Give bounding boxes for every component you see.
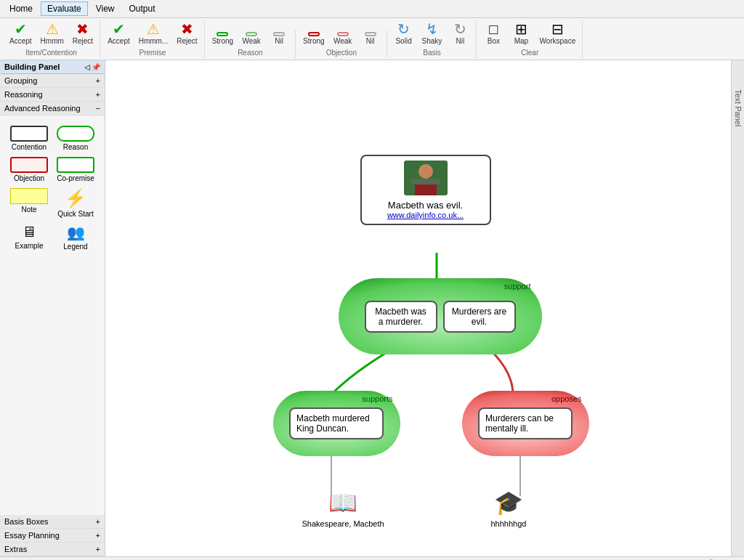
- accept-button[interactable]: ✔ Accept: [6, 20, 36, 47]
- objection-nil-icon: [365, 32, 376, 36]
- reject-icon: ✖: [76, 22, 89, 36]
- objection-nil-button[interactable]: Nil: [357, 30, 384, 47]
- note-node-label: Note: [21, 206, 36, 214]
- premise-hmmm-button[interactable]: ⚠ Hmmm...: [135, 20, 172, 47]
- opposes-node[interactable]: Murderers can be mentally ill.: [478, 407, 573, 439]
- contention-image-svg: [404, 161, 448, 195]
- contention-link[interactable]: www.dailyinfo.co.uk...: [368, 211, 484, 219]
- support-group: support Macbeth was a murderer. Murderer…: [339, 278, 542, 354]
- menu-home[interactable]: Home: [3, 1, 39, 16]
- premise-reject-button[interactable]: ✖ Reject: [173, 20, 201, 47]
- section-basis-boxes-label: Basis Boxes: [4, 517, 49, 526]
- objection-weak-label: Weak: [333, 37, 352, 45]
- basis-shaky-label: Shaky: [422, 37, 442, 45]
- menu-output[interactable]: Output: [123, 1, 162, 16]
- section-extras[interactable]: Extras +: [0, 543, 105, 556]
- reason-nil-button[interactable]: Nil: [266, 30, 292, 47]
- text-panel-label[interactable]: Text Panel: [734, 89, 743, 126]
- contention-node-label: Contention: [12, 143, 46, 151]
- right-panel[interactable]: Text Panel: [731, 60, 744, 556]
- section-reasoning-label: Reasoning: [4, 90, 43, 99]
- clear-map-label: Map: [514, 37, 528, 45]
- toolbar-group-premise: ✔ Accept ⚠ Hmmm... ✖ Reject Premise: [101, 20, 204, 58]
- supports-group-label: supports: [362, 394, 392, 403]
- building-panel-header: Building Panel ◁ 📌: [0, 60, 105, 74]
- menu-evaluate[interactable]: Evaluate: [41, 1, 88, 16]
- reason1-text: Macbeth was a murderer.: [375, 307, 426, 327]
- hmmm-button[interactable]: ⚠ Hmmm: [37, 20, 68, 47]
- source1-node[interactable]: 📖 Shakespeare, Macbeth: [302, 489, 384, 528]
- basis-solid-label: Solid: [395, 37, 411, 45]
- section-advanced-reasoning[interactable]: Advanced Reasoning −: [0, 102, 105, 115]
- toolbar-group-item-contention: ✔ Accept ⚠ Hmmm ✖ Reject Item/Contention: [3, 20, 100, 58]
- section-essay-planning[interactable]: Essay Planning +: [0, 529, 105, 543]
- accept-label: Accept: [9, 37, 32, 45]
- supports-group: supports Macbeth murdered King Duncan.: [273, 391, 400, 456]
- basis-solid-button[interactable]: ↻ Solid: [391, 20, 417, 47]
- quickstart-node-item[interactable]: ⚡ Quick Start: [55, 188, 96, 218]
- basis-nil-label: Nil: [456, 37, 465, 45]
- main-layout: Building Panel ◁ 📌 Grouping + Reasoning …: [0, 60, 744, 556]
- example-node-item[interactable]: 🖥 Example: [9, 224, 49, 251]
- reason-weak-button[interactable]: Weak: [238, 30, 264, 47]
- basis-nil-button[interactable]: ↻ Nil: [447, 20, 473, 47]
- panel-pin-icon[interactable]: 📌: [92, 63, 100, 71]
- premise-hmmm-icon: ⚠: [147, 22, 160, 36]
- svg-point-1: [418, 164, 433, 179]
- clear-workspace-button[interactable]: ⊟ Workspace: [535, 20, 579, 47]
- contention-node[interactable]: Macbeth was evil. www.dailyinfo.co.uk...: [360, 155, 491, 225]
- status-bar: File: Macbeth Advanced reasoning example…: [0, 556, 744, 560]
- objection-strong-label: Strong: [303, 37, 324, 45]
- note-box-icon: [10, 188, 48, 204]
- section-essay-planning-expand-icon: +: [96, 531, 100, 540]
- contention-node-item[interactable]: Contention: [9, 126, 49, 151]
- opposes-group: opposes Murderers can be mentally ill.: [462, 391, 589, 456]
- premise-accept-button[interactable]: ✔ Accept: [104, 20, 134, 47]
- supports-node[interactable]: Macbeth murdered King Duncan.: [289, 407, 384, 439]
- opposes-group-label: opposes: [551, 394, 582, 403]
- example-node-label: Example: [15, 242, 44, 250]
- reason-strong-label: Strong: [212, 37, 233, 45]
- toolbar-group-reason: Strong Weak Nil Reason: [206, 30, 296, 58]
- legend-node-item[interactable]: 👥 Legend: [55, 224, 96, 251]
- note-node-item[interactable]: Note: [9, 188, 49, 218]
- source2-label: hhhhhhgd: [491, 519, 527, 528]
- reason-node-label: Reason: [63, 143, 88, 151]
- canvas-area[interactable]: Macbeth was evil. www.dailyinfo.co.uk...…: [105, 60, 731, 556]
- reason2-node[interactable]: Murderers are evil.: [443, 301, 516, 333]
- clear-box-button[interactable]: □ Box: [480, 20, 506, 47]
- advanced-reasoning-content: Contention Reason Objection Co-premise N…: [0, 115, 105, 261]
- clear-box-icon: □: [489, 22, 498, 36]
- graduate-icon: 🎓: [494, 489, 523, 516]
- objection-node-item[interactable]: Objection: [9, 157, 49, 182]
- legend-node-label: Legend: [63, 243, 87, 251]
- supports-node-text: Macbeth murdered King Duncan.: [296, 413, 370, 434]
- reason-node-item[interactable]: Reason: [55, 126, 96, 151]
- premise-accept-icon: ✔: [113, 22, 125, 36]
- reject-button[interactable]: ✖ Reject: [69, 20, 97, 47]
- reason-nil-icon: [273, 32, 285, 36]
- section-grouping[interactable]: Grouping +: [0, 74, 105, 88]
- objection-weak-button[interactable]: Weak: [330, 30, 356, 47]
- panel-header-icons: ◁ 📌: [84, 63, 100, 71]
- opposes-node-text: Murderers can be mentally ill.: [485, 413, 554, 434]
- section-reasoning-expand-icon: +: [96, 90, 100, 99]
- contention-image: [404, 161, 448, 195]
- copremise-node-item[interactable]: Co-premise: [55, 157, 96, 182]
- panel-collapse-icon[interactable]: ◁: [84, 63, 90, 71]
- basis-shaky-button[interactable]: ↯ Shaky: [418, 20, 446, 47]
- toolbar-group-label-reason: Reason: [209, 47, 292, 58]
- objection-strong-button[interactable]: Strong: [299, 30, 328, 47]
- section-basis-boxes[interactable]: Basis Boxes +: [0, 515, 105, 529]
- reason1-node[interactable]: Macbeth was a murderer.: [365, 301, 437, 333]
- source2-node[interactable]: 🎓 hhhhhhgd: [491, 489, 527, 528]
- menu-view[interactable]: View: [89, 1, 121, 16]
- quickstart-icon: ⚡: [65, 188, 86, 208]
- reason-strong-button[interactable]: Strong: [209, 30, 237, 47]
- clear-map-button[interactable]: ⊞ Map: [508, 20, 534, 47]
- premise-reject-label: Reject: [177, 37, 197, 45]
- left-panel: Building Panel ◁ 📌 Grouping + Reasoning …: [0, 60, 105, 556]
- objection-strong-icon: [308, 32, 320, 36]
- clear-box-label: Box: [488, 37, 500, 45]
- section-reasoning[interactable]: Reasoning +: [0, 88, 105, 102]
